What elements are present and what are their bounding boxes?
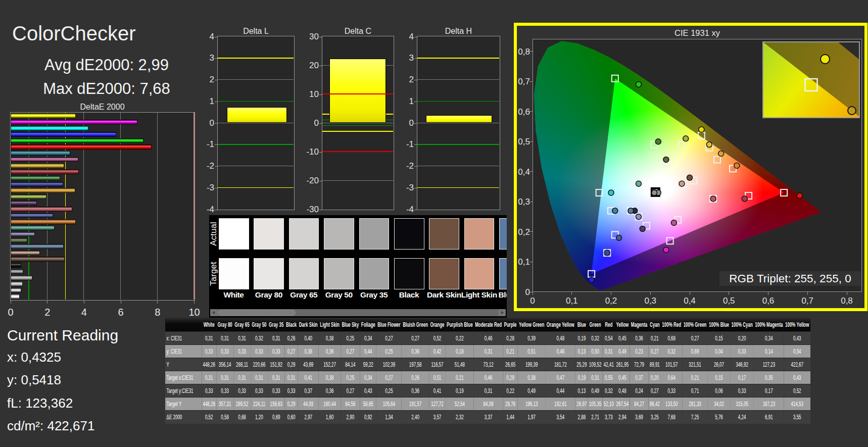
current-reading-heading: Current Reading [7,327,118,344]
x-tick [157,301,158,304]
cell: 0,31 [202,371,216,384]
cell: 0,33 [285,384,298,398]
delta-l-plot [217,36,295,210]
cell: 0,14 [754,345,784,358]
deltae-bar-blue [11,182,64,187]
y-tick [414,102,417,102]
cell: 3,54 [546,411,576,424]
swatch-actual-gray-80 [254,218,284,250]
cell: 0,33 [202,384,216,398]
cell: 51,48 [446,358,474,371]
swatch-target-gray-35 [359,258,390,289]
cell: 0,33 [661,384,682,398]
grid-line [322,93,393,94]
deltae-bar-100-magenta [11,120,137,125]
cell: 0,19 [575,371,588,384]
grid-line [417,58,499,59]
swatch-target-dark-skin [429,258,459,289]
swatch-actual-gray-65 [289,218,319,250]
cell: 0,25 [376,345,402,358]
deltae-bar-yellow-green [11,194,47,200]
cell: 0,27 [649,345,661,358]
cie-x-tick [690,292,690,295]
col-header-100%-green: 100% Green [682,318,707,332]
cell: 357,31 [216,398,233,411]
cell: 0,17 [754,384,784,398]
swatch-actual-white [219,218,249,250]
cell: 0,46 [474,332,503,345]
cell: 0,27 [341,345,360,358]
y-tick-label: 2 [396,75,414,85]
cell: 0,28 [503,332,517,345]
cell: 0,60 [285,411,298,424]
cell: 0,36 [630,332,649,345]
cell: 0,21 [682,371,707,384]
cell: 2,88 [575,411,588,424]
cie-x-tick-label: 0,5 [718,296,740,306]
deltae-bar-light-skin [11,251,40,256]
grid-line [322,151,393,152]
cell: 0,31 [588,371,603,384]
table-row-5: Target Y448,26357,31289,52224,11156,630,… [165,398,810,411]
cell: 224,11 [251,398,268,411]
deltae-bar-bluish-green [11,225,55,230]
cell: 86,42 [649,398,661,411]
cell: 0,35 [754,371,784,384]
col-header-gray-50: Gray 50 [251,318,268,332]
cell: 0,27 [285,345,298,358]
scroll-left-arrow[interactable] [210,309,218,316]
cie-chromaticity-field [533,39,862,292]
y-tick [215,144,217,145]
y-tick-label: 4 [196,32,214,42]
cell: 26,07 [708,358,731,371]
cell: 0,48 [615,384,630,398]
cell: 0,33 [251,384,268,398]
current-reading-line-1: y: 0,5418 [7,372,61,388]
cell: 0,31 [233,332,251,345]
cie-x-tick [611,292,611,295]
cell: 0,21 [446,371,474,384]
row-label: ΔE 2000 [165,411,202,424]
right-border-line [194,113,195,300]
cell: 0,31 [233,371,251,384]
scrollbar-thumb[interactable] [218,310,296,316]
x-tick-label: 0 [8,307,13,318]
table-row-4: Target y:CIE310,330,330,330,330,330,330,… [165,384,810,398]
cell: 0,27 [376,332,402,345]
cell: 0,31 [202,332,216,345]
y-tick-label: 1 [396,96,414,107]
cell: 1,20 [251,411,268,424]
deltae-bar-blue-sky [11,244,64,249]
cell: 0,52 [784,384,810,398]
cell: 0,22 [503,384,517,398]
cell: 0,32 [251,332,268,345]
cell: 167,23 [754,398,784,411]
cell: 0,34 [360,332,377,345]
cell: 84,08 [474,398,503,411]
cell: 0,51 [429,371,446,384]
cell: 0,27 [682,332,707,345]
table-row-0: x: CIE310,310,310,310,320,310,260,400,38… [165,332,810,345]
deltae-bar-cyan [11,151,70,156]
y-tick [414,166,417,167]
cell: 281,33 [682,398,707,411]
cell: 0,43 [784,371,810,384]
col-header-light-skin: Light Skin [319,318,341,332]
measurement-table-wrap: WhiteGray 80Gray 65Gray 50Gray 35BlackDa… [165,318,810,424]
y-tick [215,123,217,124]
scroll-right-arrow[interactable] [498,309,506,316]
y-tick-label: 0 [396,118,414,128]
cell: 191,57 [402,398,429,411]
y-tick-label: -4 [396,205,414,215]
cie-y-tick-label: 0,1 [512,257,530,267]
deltae-chart-plot [10,112,196,301]
cell: 0,55 [603,371,615,384]
deltae-bar-100-red [11,144,152,150]
swatch-scrollbar[interactable] [210,309,506,316]
cell: 0,48 [546,332,576,345]
cell: 109,52 [588,358,603,371]
cie-x-tick-label: 0,4 [679,296,701,306]
cell: 0,43 [784,332,810,345]
cell: 0,44 [546,384,576,398]
cell: 0,23 [630,345,649,358]
